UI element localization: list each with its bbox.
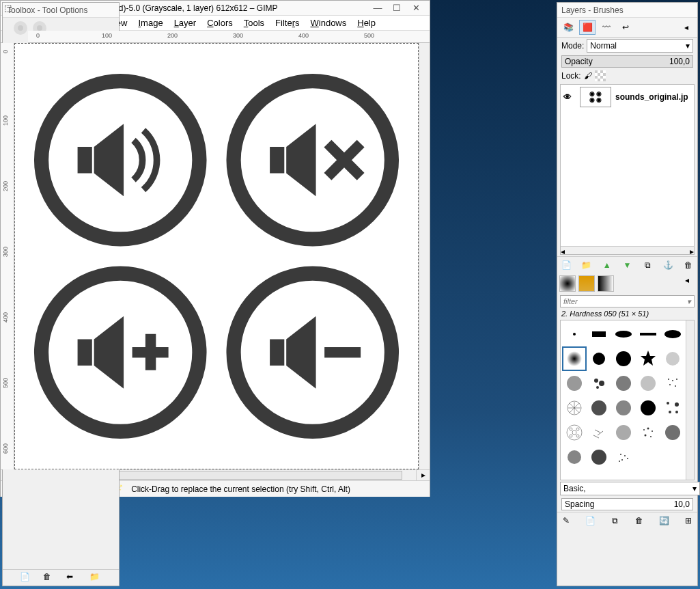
tab-brushes-icon[interactable] xyxy=(559,275,576,292)
brush-item[interactable] xyxy=(562,445,587,469)
brush-item[interactable] xyxy=(636,346,660,371)
right-dock: Layers - Brushes 📚 🟥 〰 ↩ ◂ Mode: Normal▾… xyxy=(557,2,698,586)
tab-paths-icon[interactable]: 〰 xyxy=(598,20,615,35)
layer-delete-icon[interactable]: 🗑 xyxy=(682,259,695,271)
brush-item[interactable] xyxy=(562,322,587,346)
tab-layers-icon[interactable]: 📚 xyxy=(560,20,576,35)
svg-rect-45 xyxy=(270,339,284,366)
brush-open-icon[interactable]: ⊞ xyxy=(682,515,695,527)
svg-point-61 xyxy=(641,376,656,391)
brush-grid-scroll[interactable] xyxy=(686,320,694,480)
brush-item[interactable] xyxy=(636,420,660,445)
menu-tools[interactable]: Tools xyxy=(238,16,270,29)
layers-h-scroll[interactable]: ◂▸ xyxy=(561,246,694,254)
menu-layer[interactable]: Layer xyxy=(169,16,202,29)
brush-item[interactable] xyxy=(660,346,685,371)
brush-item[interactable] xyxy=(587,420,611,445)
brush-item[interactable] xyxy=(611,445,636,469)
minimize-button[interactable]: — xyxy=(368,3,387,13)
tab-channels-icon[interactable]: 🟥 xyxy=(579,20,596,35)
brush-item[interactable] xyxy=(562,420,587,445)
brush-item-selected[interactable] xyxy=(562,346,587,371)
svg-point-86 xyxy=(647,428,649,430)
layers-tabs: 📚 🟥 〰 ↩ ◂ xyxy=(557,18,697,38)
svg-point-60 xyxy=(616,376,631,391)
menu-help[interactable]: Help xyxy=(352,16,381,29)
layer-duplicate-icon[interactable]: ⧉ xyxy=(641,259,654,271)
brush-tab-menu[interactable]: ◂ xyxy=(679,275,695,292)
brush-item[interactable] xyxy=(587,445,611,469)
tab-menu-icon[interactable]: ◂ xyxy=(678,20,695,35)
brush-item[interactable] xyxy=(660,396,685,420)
brush-refresh-icon[interactable]: 🔄 xyxy=(658,515,670,527)
layer-down-icon[interactable]: ▼ xyxy=(621,259,633,271)
v-scrollbar[interactable] xyxy=(419,43,430,469)
brush-item[interactable] xyxy=(660,371,685,396)
brush-set-select[interactable]: Basic,▾ xyxy=(560,482,700,495)
brush-item[interactable] xyxy=(562,371,587,396)
tab-undo-icon[interactable]: ↩ xyxy=(617,20,634,35)
lock-alpha-icon[interactable] xyxy=(595,70,606,81)
svg-line-83 xyxy=(593,435,599,438)
maximize-button[interactable]: ☐ xyxy=(387,3,406,13)
brush-item[interactable] xyxy=(611,322,636,346)
brush-delete-icon[interactable]: 🗑 xyxy=(633,515,645,527)
brush-title: 2. Hardness 050 (51 × 51) xyxy=(557,309,697,318)
menu-colors[interactable]: Colors xyxy=(201,16,238,29)
brush-item[interactable] xyxy=(660,420,685,445)
tab-gradients-icon[interactable] xyxy=(598,275,614,292)
status-hint: Click-Drag to replace the current select… xyxy=(127,484,425,494)
tab-patterns-icon[interactable] xyxy=(578,275,595,292)
brush-duplicate-icon[interactable]: ⧉ xyxy=(609,515,621,527)
svg-point-58 xyxy=(599,381,604,386)
layer-up-icon[interactable]: ▲ xyxy=(601,259,613,271)
brush-item[interactable] xyxy=(660,322,685,346)
svg-point-63 xyxy=(672,380,673,381)
layer-group-icon[interactable]: 📁 xyxy=(580,259,593,271)
brush-item[interactable] xyxy=(611,420,636,445)
brush-item[interactable] xyxy=(562,396,587,420)
brush-new-icon[interactable]: 📄 xyxy=(585,515,597,527)
visibility-icon[interactable]: 👁 xyxy=(563,92,576,102)
brush-item[interactable] xyxy=(587,346,611,371)
brush-item[interactable] xyxy=(636,371,660,396)
svg-point-66 xyxy=(675,385,676,387)
svg-rect-39 xyxy=(270,147,284,174)
brush-item[interactable] xyxy=(587,371,611,396)
svg-point-84 xyxy=(616,425,631,440)
save-options-icon[interactable]: 📄 xyxy=(20,572,32,584)
brush-item[interactable] xyxy=(636,322,660,346)
menu-filters[interactable]: Filters xyxy=(270,16,305,29)
brush-item[interactable] xyxy=(587,396,611,420)
delete-options-icon[interactable]: ⬅ xyxy=(66,572,79,584)
layer-item[interactable]: 👁 ◉ ◉◉ ◉ sounds_original.jp xyxy=(561,85,694,109)
brush-item[interactable] xyxy=(587,322,611,346)
svg-rect-41 xyxy=(78,339,92,366)
brush-edit-icon[interactable]: ✎ xyxy=(560,515,572,527)
reset-options-icon[interactable]: 📁 xyxy=(89,572,102,584)
svg-point-54 xyxy=(616,351,631,366)
close-button[interactable]: ✕ xyxy=(406,3,425,13)
layer-name[interactable]: sounds_original.jp xyxy=(615,92,688,102)
opacity-slider[interactable]: Opacity100,0 xyxy=(561,55,693,68)
svg-point-92 xyxy=(591,450,606,465)
restore-options-icon[interactable]: 🗑 xyxy=(43,572,55,584)
brush-item[interactable] xyxy=(611,346,636,371)
menu-image[interactable]: Image xyxy=(132,16,168,29)
layer-anchor-icon[interactable]: ⚓ xyxy=(662,259,674,271)
menu-windows[interactable]: Windows xyxy=(305,16,352,29)
svg-line-81 xyxy=(595,430,600,433)
blend-mode-select[interactable]: Normal▾ xyxy=(587,39,693,53)
brush-item[interactable] xyxy=(611,371,636,396)
spacing-slider[interactable]: Spacing10,0 xyxy=(561,498,693,510)
layer-new-icon[interactable]: 📄 xyxy=(560,259,572,271)
svg-point-93 xyxy=(620,454,621,455)
svg-point-91 xyxy=(568,450,581,464)
brush-item[interactable] xyxy=(636,396,660,420)
lock-pixels-icon[interactable]: 🖌 xyxy=(584,71,592,81)
svg-point-71 xyxy=(667,402,669,405)
canvas[interactable] xyxy=(14,43,419,469)
brush-filter-input[interactable]: filter▾ xyxy=(560,295,695,307)
svg-point-3 xyxy=(37,25,42,31)
brush-item[interactable] xyxy=(611,396,636,420)
